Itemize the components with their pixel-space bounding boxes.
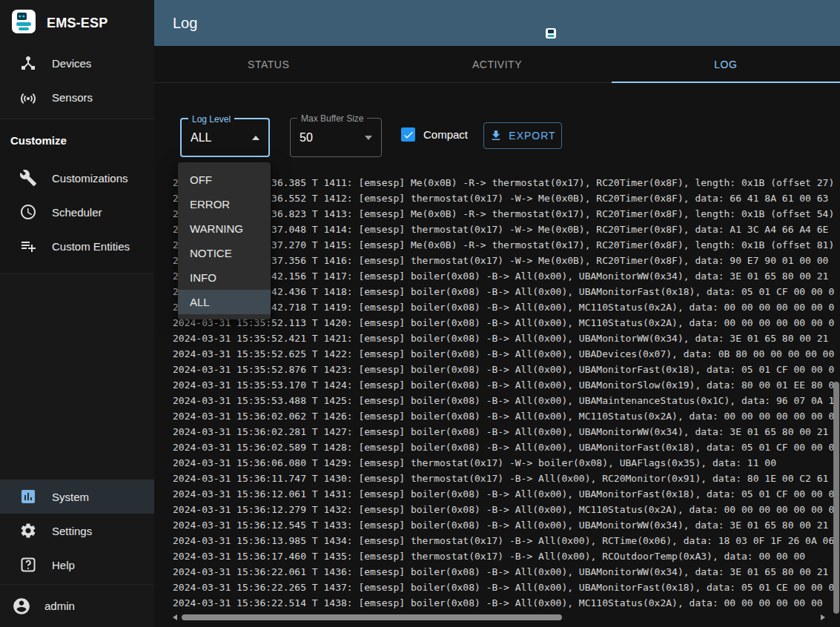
sidebar-item-scheduler[interactable]: Scheduler [0, 195, 154, 229]
customize-section-header: Customize [0, 119, 154, 161]
device-hub-icon [19, 54, 37, 72]
vertical-scrollbar[interactable] [833, 176, 840, 627]
log-line: 2024-03-31 15:35:36.823 T 1413: [emsesp]… [173, 206, 834, 222]
sidebar-item-label: Scheduler [52, 206, 102, 219]
log-line: 2024-03-31 15:36:22.514 T 1438: [emsesp]… [173, 595, 834, 611]
check-icon [403, 129, 414, 141]
app-logo-icon [11, 9, 36, 37]
menu-item-notice[interactable]: NOTICE [178, 241, 271, 265]
log-line: 2024-03-31 15:35:52.625 T 1422: [emsesp]… [173, 346, 834, 362]
log-line: 2024-03-31 15:36:02.281 T 1427: [emsesp]… [173, 424, 834, 439]
main-area: Log STATUS ACTIVITY LOG Log Level [154, 0, 840, 627]
gear-icon [19, 522, 37, 540]
tab-label: ACTIVITY [472, 59, 522, 70]
sidebar-item-settings[interactable]: Settings [0, 514, 154, 548]
log-output[interactable]: 2024-03-31 15:35:36.385 T 1411: [emsesp]… [173, 175, 834, 612]
log-level-select[interactable]: Log Level ALL [180, 118, 270, 157]
compact-checkbox-label[interactable]: Compact [423, 128, 468, 141]
tab-label: STATUS [248, 59, 289, 70]
log-line: 2024-03-31 15:35:37.270 T 1415: [emsesp]… [173, 237, 834, 253]
sidebar-item-custom-entities[interactable]: Custom Entities [0, 229, 154, 263]
log-line: 2024-03-31 15:36:13.985 T 1434: [emsesp]… [173, 533, 834, 548]
scroll-right-arrow-icon[interactable] [821, 614, 825, 620]
max-buffer-select-label: Max Buffer Size [297, 113, 367, 124]
download-icon [489, 129, 503, 142]
log-line: 2024-03-31 15:36:11.747 T 1430: [emsesp]… [173, 471, 834, 486]
log-line: 2024-03-31 15:35:37.048 T 1414: [emsesp]… [173, 222, 834, 237]
sidebar-item-label: Customizations [52, 172, 128, 185]
sidebar: EMS-ESP Devices Sensors Customize [0, 0, 154, 627]
menu-item-all[interactable]: ALL [178, 290, 271, 314]
max-buffer-select-value: 50 [300, 131, 359, 145]
log-level-menu: OFF ERROR WARNING NOTICE INFO ALL [178, 162, 271, 319]
sidebar-item-system[interactable]: System [0, 480, 154, 514]
sidebar-item-label: Custom Entities [52, 240, 130, 253]
tab-label: LOG [714, 59, 737, 70]
log-line: 2024-03-31 15:35:36.385 T 1411: [emsesp]… [173, 175, 834, 190]
appbar: Log [154, 0, 840, 46]
log-line: 2024-03-31 15:36:22.061 T 1436: [emsesp]… [173, 564, 834, 580]
app-title: EMS-ESP [47, 16, 108, 31]
log-line: 2024-03-31 15:36:12.061 T 1431: [emsesp]… [173, 486, 834, 502]
log-line: 2024-03-31 15:35:37.356 T 1416: [emsesp]… [173, 253, 834, 268]
customize-section: Customize Customizations Scheduler Custo… [0, 119, 154, 274]
log-line: 2024-03-31 15:36:22.265 T 1437: [emsesp]… [173, 580, 834, 595]
tab-bar: STATUS ACTIVITY LOG [154, 46, 840, 83]
log-level-select-label: Log Level [188, 114, 234, 125]
compact-checkbox[interactable] [401, 127, 415, 142]
sidebar-item-label: Help [52, 559, 75, 571]
menu-item-error[interactable]: ERROR [178, 192, 271, 216]
log-line: 2024-03-31 15:36:02.062 T 1426: [emsesp]… [173, 408, 834, 424]
scroll-left-arrow-icon[interactable] [173, 614, 177, 620]
log-line: 2024-03-31 15:35:42.718 T 1419: [emsesp]… [173, 299, 834, 315]
log-line: 2024-03-31 15:35:52.113 T 1420: [emsesp]… [173, 315, 834, 331]
horizontal-scrollbar[interactable] [173, 614, 825, 621]
sidebar-item-help[interactable]: Help [0, 548, 154, 582]
sidebar-item-devices[interactable]: Devices [0, 46, 154, 80]
log-line: 2024-03-31 15:36:17.460 T 1435: [emsesp]… [173, 548, 834, 564]
log-line: 2024-03-31 15:36:12.545 T 1433: [emsesp]… [173, 517, 834, 533]
log-line: 2024-03-31 15:35:52.876 T 1423: [emsesp]… [173, 362, 834, 377]
build-icon [19, 169, 37, 187]
sidebar-item-label: Devices [52, 57, 91, 70]
horizontal-scrollbar-thumb[interactable] [182, 614, 562, 620]
menu-item-off[interactable]: OFF [178, 167, 271, 192]
playlist-add-icon [19, 237, 37, 255]
schedule-icon [19, 203, 37, 221]
sensors-icon [19, 88, 37, 106]
tab-activity[interactable]: ACTIVITY [383, 46, 611, 82]
assessment-icon [19, 488, 37, 505]
account-circle-icon [12, 597, 31, 616]
export-button[interactable]: EXPORT [483, 122, 562, 149]
log-line: 2024-03-31 15:36:12.279 T 1432: [emsesp]… [173, 502, 834, 517]
log-line: 2024-03-31 15:35:42.156 T 1417: [emsesp]… [173, 268, 834, 284]
log-line: 2024-03-31 15:35:53.170 T 1424: [emsesp]… [173, 377, 834, 393]
menu-item-warning[interactable]: WARNING [178, 216, 271, 241]
tab-log[interactable]: LOG [612, 46, 840, 82]
sidebar-item-sensors[interactable]: Sensors [0, 80, 154, 114]
help-icon [19, 556, 37, 574]
page-title: Log [173, 0, 197, 46]
ems-esp-app: EMS-ESP Devices Sensors Customize [0, 0, 840, 627]
caret-down-icon [365, 136, 372, 140]
log-line: 2024-03-31 15:35:53.488 T 1425: [emsesp]… [173, 393, 834, 408]
mascot-icon [545, 27, 557, 42]
vertical-scrollbar-thumb[interactable] [833, 382, 839, 614]
log-line: 2024-03-31 15:36:06.080 T 1429: [emsesp]… [173, 455, 834, 471]
log-line: 2024-03-31 15:36:02.589 T 1428: [emsesp]… [173, 439, 834, 455]
log-line: 2024-03-31 15:35:52.421 T 1421: [emsesp]… [173, 331, 834, 346]
export-button-label: EXPORT [509, 130, 555, 142]
sidebar-header: EMS-ESP [0, 0, 154, 46]
sidebar-item-label: System [52, 491, 89, 503]
caret-up-icon [252, 136, 259, 140]
sidebar-item-label: Settings [52, 525, 92, 537]
sidebar-item-admin[interactable]: admin [0, 584, 154, 627]
tab-status[interactable]: STATUS [154, 46, 383, 82]
sidebar-item-customizations[interactable]: Customizations [0, 161, 154, 195]
sidebar-bottom-group: System Settings Help [0, 480, 154, 582]
log-level-select-value: ALL [191, 131, 246, 145]
max-buffer-select[interactable]: Max Buffer Size 50 [290, 118, 382, 157]
compact-checkbox-control[interactable]: Compact [401, 127, 468, 142]
menu-item-info[interactable]: INFO [178, 265, 271, 290]
sidebar-item-label: Sensors [52, 91, 93, 104]
